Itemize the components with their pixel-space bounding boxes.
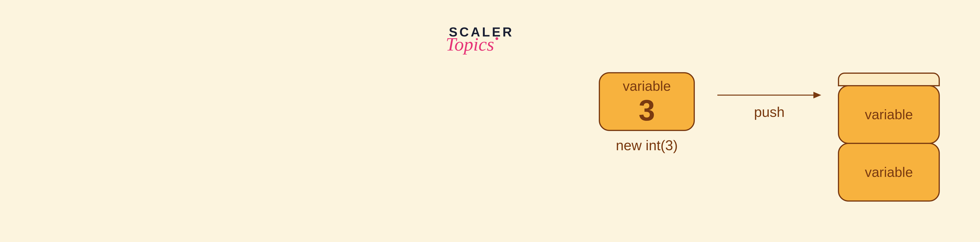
stack-container: variable variable <box>838 73 940 202</box>
stack-item: variable <box>838 143 940 202</box>
stack-item: variable <box>838 85 940 144</box>
logo-text-top: SCALER <box>449 25 514 38</box>
new-variable-box: variable 3 <box>599 72 695 131</box>
arrow-icon <box>718 90 821 100</box>
stack-top-slot <box>838 73 940 86</box>
push-arrow <box>718 90 821 100</box>
logo-dot-icon <box>495 37 498 40</box>
new-variable-value: 3 <box>639 96 655 125</box>
svg-marker-1 <box>813 92 821 99</box>
arrow-label: push <box>718 104 821 120</box>
new-variable-label: variable <box>623 78 671 94</box>
new-box-caption: new int(3) <box>599 137 695 153</box>
brand-logo: SCALER Topics <box>449 25 514 52</box>
